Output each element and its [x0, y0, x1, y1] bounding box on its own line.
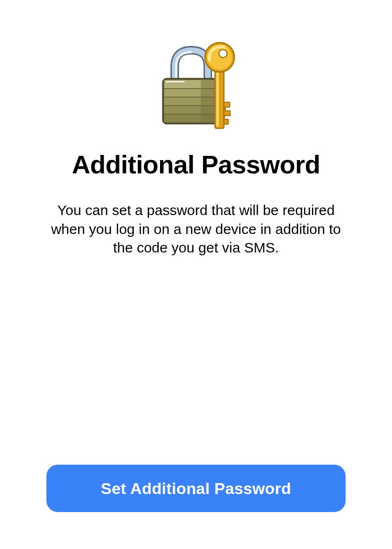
svg-point-15 — [207, 45, 232, 70]
padlock-with-key-icon — [149, 41, 243, 135]
content-area: Additional Password You can set a passwo… — [0, 0, 392, 257]
page-description: You can set a password that will be requ… — [40, 201, 352, 257]
set-additional-password-button[interactable]: Set Additional Password — [46, 465, 346, 512]
svg-point-16 — [219, 50, 227, 58]
svg-rect-12 — [215, 65, 224, 128]
page-title: Additional Password — [72, 150, 321, 179]
svg-rect-13 — [216, 67, 219, 126]
svg-rect-11 — [166, 81, 185, 82]
